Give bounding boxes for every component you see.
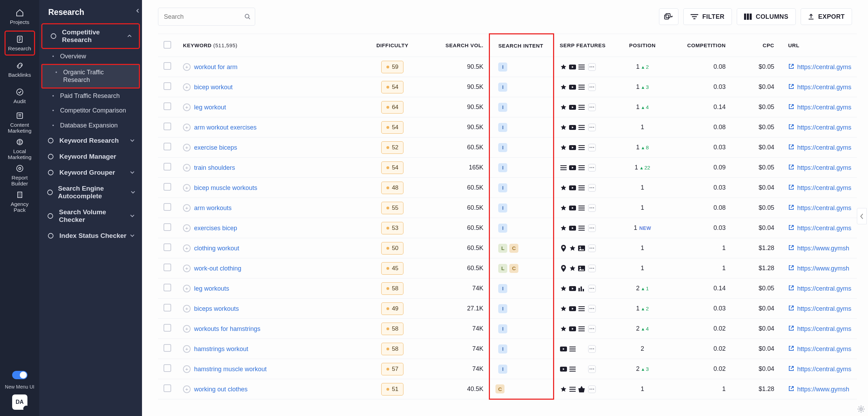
row-checkbox[interactable] — [164, 203, 171, 211]
keyword-link[interactable]: biceps workouts — [194, 305, 239, 312]
url-link[interactable]: https://central.gyms — [797, 84, 851, 91]
row-checkbox[interactable] — [164, 223, 171, 231]
row-checkbox[interactable] — [164, 364, 171, 372]
row-checkbox[interactable] — [164, 284, 171, 291]
side-group-2[interactable]: Keyword Manager — [39, 149, 142, 165]
serp-more-icon[interactable] — [588, 63, 596, 71]
row-checkbox[interactable] — [164, 324, 171, 332]
side-group-4[interactable]: Search Engine Autocomplete — [39, 181, 142, 204]
add-keyword-button[interactable]: + — [183, 325, 191, 333]
serp-more-icon[interactable] — [588, 345, 596, 353]
keyword-link[interactable]: bicep muscle workouts — [194, 184, 257, 191]
serp-more-icon[interactable] — [588, 365, 596, 373]
add-keyword-button[interactable]: + — [183, 244, 191, 252]
add-keyword-button[interactable]: + — [183, 204, 191, 212]
add-keyword-button[interactable]: + — [183, 124, 191, 131]
add-keyword-button[interactable]: + — [183, 144, 191, 151]
side-group-1[interactable]: Keyword Research — [39, 133, 142, 149]
url-link[interactable]: https://central.gyms — [797, 325, 851, 332]
add-keyword-button[interactable]: + — [183, 385, 191, 393]
row-checkbox[interactable] — [164, 82, 171, 90]
search-input[interactable] — [164, 13, 244, 20]
url-link[interactable]: https://central.gyms — [797, 366, 851, 373]
row-checkbox[interactable] — [164, 243, 171, 251]
serp-more-icon[interactable] — [588, 164, 596, 172]
row-checkbox[interactable] — [164, 384, 171, 392]
row-checkbox[interactable] — [164, 304, 171, 311]
row-checkbox[interactable] — [164, 183, 171, 191]
url-link[interactable]: https://central.gyms — [797, 164, 851, 171]
url-link[interactable]: https://central.gyms — [797, 144, 851, 151]
keyword-link[interactable]: leg workouts — [194, 285, 229, 292]
add-keyword-button[interactable]: + — [183, 184, 191, 192]
side-group-5[interactable]: Search Volume Checker — [39, 204, 142, 228]
rail-item-report-builder[interactable]: Report Builder — [5, 163, 35, 188]
row-checkbox[interactable] — [164, 264, 171, 271]
serp-more-icon[interactable] — [588, 244, 596, 252]
side-sub-0-4[interactable]: Database Expansion — [39, 118, 142, 133]
keyword-link[interactable]: arm workouts — [194, 204, 232, 211]
add-keyword-button[interactable]: + — [183, 345, 191, 353]
url-link[interactable]: https://www.gymsh — [797, 265, 849, 272]
add-keyword-button[interactable]: + — [183, 285, 191, 292]
add-keyword-button[interactable]: + — [183, 365, 191, 373]
row-checkbox[interactable] — [164, 102, 171, 110]
serp-more-icon[interactable] — [588, 265, 596, 272]
serp-more-icon[interactable] — [588, 144, 596, 151]
side-group-3[interactable]: Keyword Grouper — [39, 165, 142, 181]
avatar[interactable]: DA — [12, 394, 27, 410]
keyword-link[interactable]: workout for arm — [194, 63, 237, 70]
keyword-link[interactable]: bicep workout — [194, 83, 233, 90]
add-keyword-button[interactable]: + — [183, 164, 191, 172]
serp-more-icon[interactable] — [588, 325, 596, 333]
row-checkbox[interactable] — [164, 344, 171, 352]
url-link[interactable]: https://central.gyms — [797, 285, 851, 292]
add-keyword-button[interactable]: + — [183, 83, 191, 91]
rail-item-projects[interactable]: Projects — [5, 4, 35, 29]
row-checkbox[interactable] — [164, 62, 171, 70]
settings-icon[interactable] — [856, 404, 866, 414]
row-checkbox[interactable] — [164, 163, 171, 170]
serp-more-icon[interactable] — [588, 184, 596, 192]
rail-item-audit[interactable]: Audit — [5, 83, 35, 108]
rail-item-local-marketing[interactable]: Local Marketing — [5, 136, 35, 161]
url-link[interactable]: https://www.gymsh — [797, 386, 849, 393]
add-keyword-button[interactable]: + — [183, 265, 191, 272]
menu-toggle[interactable] — [12, 371, 27, 379]
export-button[interactable]: EXPORT — [801, 8, 852, 25]
rail-item-research[interactable]: Research — [5, 31, 35, 56]
url-link[interactable]: https://central.gyms — [797, 225, 851, 232]
serp-more-icon[interactable] — [588, 305, 596, 313]
url-link[interactable]: https://www.gymsh — [797, 245, 849, 252]
url-link[interactable]: https://central.gyms — [797, 184, 851, 191]
add-keyword-button[interactable]: + — [183, 63, 191, 71]
side-sub-0-1[interactable]: Organic Traffic Research — [41, 64, 140, 89]
keyword-link[interactable]: clothing workout — [194, 244, 239, 251]
collapse-panel-button[interactable] — [133, 6, 142, 15]
rail-item-agency-pack[interactable]: Agency Pack — [5, 189, 35, 214]
row-checkbox[interactable] — [164, 123, 171, 130]
side-sub-0-0[interactable]: Overview — [39, 49, 142, 64]
side-group-0[interactable]: Competitive Research — [41, 23, 140, 49]
copy-dropdown-button[interactable] — [659, 8, 678, 25]
serp-more-icon[interactable] — [588, 124, 596, 131]
serp-more-icon[interactable] — [588, 103, 596, 111]
serp-more-icon[interactable] — [588, 385, 596, 393]
serp-more-icon[interactable] — [588, 204, 596, 212]
url-link[interactable]: https://central.gyms — [797, 124, 851, 131]
keyword-link[interactable]: exercises bicep — [194, 224, 237, 231]
keyword-link[interactable]: train shoulders — [194, 164, 235, 171]
keyword-link[interactable]: working out clothes — [194, 385, 248, 392]
url-link[interactable]: https://central.gyms — [797, 346, 851, 352]
rail-item-content-marketing[interactable]: Content Marketing — [5, 110, 35, 135]
add-keyword-button[interactable]: + — [183, 305, 191, 313]
keyword-link[interactable]: exercise biceps — [194, 144, 237, 151]
url-link[interactable]: https://central.gyms — [797, 305, 851, 312]
serp-more-icon[interactable] — [588, 83, 596, 91]
url-link[interactable]: https://central.gyms — [797, 205, 851, 211]
side-group-6[interactable]: Index Status Checker — [39, 228, 142, 244]
serp-more-icon[interactable] — [588, 285, 596, 292]
columns-button[interactable]: COLUMNS — [737, 8, 796, 25]
keyword-link[interactable]: hamstrings workout — [194, 345, 248, 352]
rail-item-backlinks[interactable]: Backlinks — [5, 57, 35, 82]
